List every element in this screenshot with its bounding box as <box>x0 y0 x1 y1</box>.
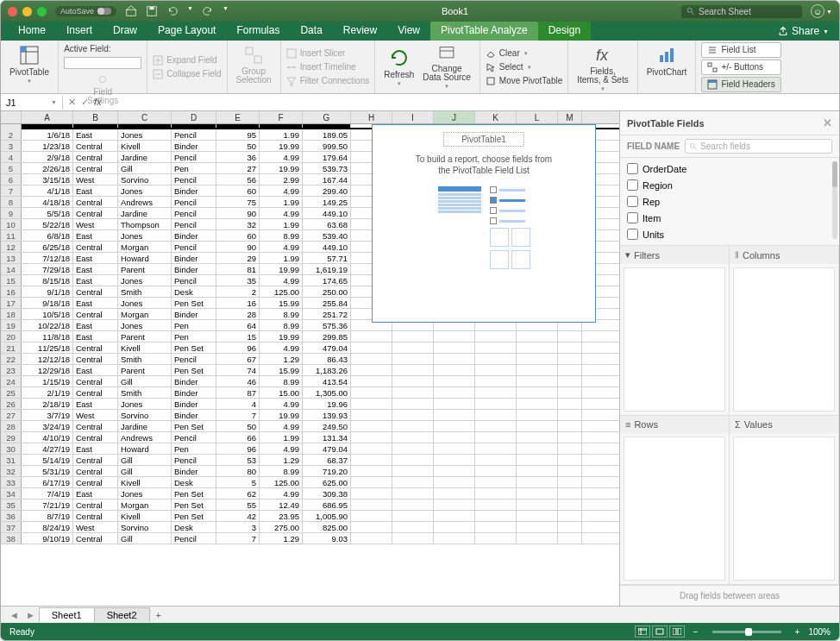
cell[interactable]: 4.99 <box>260 488 303 499</box>
cell[interactable]: Gill <box>118 466 172 476</box>
cell[interactable]: 80 <box>216 466 260 476</box>
undo-icon[interactable] <box>166 5 179 17</box>
cell[interactable]: East <box>73 185 118 196</box>
field-checkbox[interactable] <box>627 212 638 223</box>
sheet-nav-prev[interactable]: ◄ <box>6 610 22 620</box>
add-sheet-button[interactable]: + <box>149 608 168 622</box>
cell[interactable]: Pen Set <box>172 500 216 510</box>
cell[interactable]: 27 <box>216 163 260 173</box>
cell[interactable] <box>351 522 392 532</box>
cell[interactable]: 4/1/18 <box>22 185 73 196</box>
cell[interactable]: 10/5/18 <box>22 309 73 319</box>
cell[interactable]: Pen <box>172 163 216 173</box>
row-header[interactable]: 17 <box>1 298 22 308</box>
cell[interactable]: Pencil <box>172 275 216 286</box>
cell[interactable] <box>392 466 434 476</box>
cell[interactable]: 309.38 <box>303 488 351 499</box>
cell[interactable] <box>434 410 475 420</box>
cell[interactable]: Jones <box>118 320 172 330</box>
tab-insert[interactable]: Insert <box>56 22 103 41</box>
cell[interactable]: Central <box>73 163 118 173</box>
cell[interactable] <box>517 421 558 431</box>
cell[interactable] <box>558 365 582 375</box>
cell[interactable] <box>434 533 475 544</box>
cell[interactable] <box>392 421 434 431</box>
cell[interactable]: 8/15/18 <box>22 275 73 286</box>
cell[interactable] <box>351 399 392 409</box>
cell[interactable] <box>558 399 582 409</box>
cell[interactable]: Gill <box>118 533 172 544</box>
row-header[interactable]: 21 <box>1 342 22 353</box>
tab-view[interactable]: View <box>387 22 430 41</box>
cell[interactable]: 299.85 <box>303 331 351 342</box>
cell[interactable]: 449.10 <box>303 208 351 218</box>
cell[interactable] <box>475 331 517 342</box>
cell[interactable] <box>517 354 558 364</box>
cell[interactable]: 2 <box>216 286 260 297</box>
cell[interactable]: Pencil <box>172 174 216 185</box>
cell[interactable]: 19.99 <box>260 141 303 151</box>
cell[interactable]: 19.99 <box>260 410 303 420</box>
undo-dropdown-icon[interactable]: ▼ <box>187 5 193 17</box>
cell[interactable]: Kivell <box>118 141 172 151</box>
cell[interactable]: East <box>73 331 118 342</box>
cell[interactable] <box>392 387 434 398</box>
cell[interactable]: 19.99 <box>260 264 303 274</box>
cell[interactable]: 7/4/19 <box>22 488 73 499</box>
cell[interactable]: Gill <box>118 376 172 386</box>
col-header[interactable]: B <box>73 111 118 123</box>
row-header[interactable]: 30 <box>1 443 22 454</box>
cell[interactable]: 3/24/19 <box>22 421 73 431</box>
cell[interactable]: Central <box>73 533 118 544</box>
cell[interactable]: Parent <box>118 365 172 375</box>
cell[interactable] <box>434 511 475 521</box>
cell[interactable]: Central <box>73 309 118 319</box>
tab-pivottable-analyze[interactable]: PivotTable Analyze <box>430 22 538 41</box>
cell[interactable] <box>434 500 475 510</box>
cell[interactable]: 449.10 <box>303 242 351 252</box>
cell[interactable] <box>434 421 475 431</box>
cell[interactable]: 5/5/18 <box>22 208 73 218</box>
cell[interactable] <box>392 455 434 465</box>
active-field-input[interactable] <box>64 57 141 69</box>
cell[interactable] <box>351 455 392 465</box>
row-header[interactable]: 10 <box>1 219 22 229</box>
cell[interactable]: 10/22/18 <box>22 320 73 330</box>
cell[interactable]: 131.34 <box>303 432 351 443</box>
cell[interactable]: East <box>73 230 118 241</box>
table-row[interactable]: 357/21/19CentralMorganPen Set5512.49686.… <box>1 500 619 511</box>
cell[interactable]: 5/31/19 <box>22 466 73 476</box>
cell[interactable]: 1,619.19 <box>303 264 351 274</box>
cell[interactable]: 62 <box>216 488 260 499</box>
table-row[interactable]: 2011/8/18EastParentPen1519.99299.85 <box>1 331 619 342</box>
cell[interactable] <box>434 399 475 409</box>
row-header[interactable]: 9 <box>1 208 22 218</box>
cell[interactable]: 2/1/19 <box>22 387 73 398</box>
cell[interactable]: 4.99 <box>260 152 303 162</box>
cell[interactable]: 4.99 <box>260 399 303 409</box>
cell[interactable]: Central <box>73 354 118 364</box>
pivottable-placeholder[interactable]: PivotTable1 To build a report, choose fi… <box>372 124 596 323</box>
cell[interactable]: East <box>73 298 118 308</box>
share-button[interactable]: Share ▼ <box>768 22 839 41</box>
table-row[interactable]: 294/10/19CentralAndrewsPencil661.99131.3… <box>1 432 619 443</box>
cell[interactable]: 125.00 <box>260 286 303 297</box>
cell[interactable]: 96 <box>216 443 260 454</box>
select-all-corner[interactable] <box>1 111 22 123</box>
cell[interactable] <box>517 511 558 521</box>
minimize-window-icon[interactable] <box>22 7 32 16</box>
change-data-source-button[interactable]: Change Data Source ▼ <box>419 43 474 91</box>
cell[interactable] <box>558 342 582 353</box>
cell[interactable]: 60 <box>216 185 260 196</box>
cell[interactable]: Pen Set <box>172 488 216 499</box>
cell[interactable]: 825.00 <box>303 522 351 532</box>
cell[interactable] <box>392 432 434 443</box>
cell[interactable]: 60 <box>216 230 260 241</box>
cell[interactable]: 4.99 <box>260 185 303 196</box>
cell[interactable]: 3/15/18 <box>22 174 73 185</box>
cell[interactable]: 15.99 <box>260 365 303 375</box>
col-header[interactable]: G <box>303 111 351 123</box>
cell[interactable]: 249.50 <box>303 421 351 431</box>
row-header[interactable]: 34 <box>1 488 22 499</box>
cell[interactable]: Binder <box>172 253 216 263</box>
